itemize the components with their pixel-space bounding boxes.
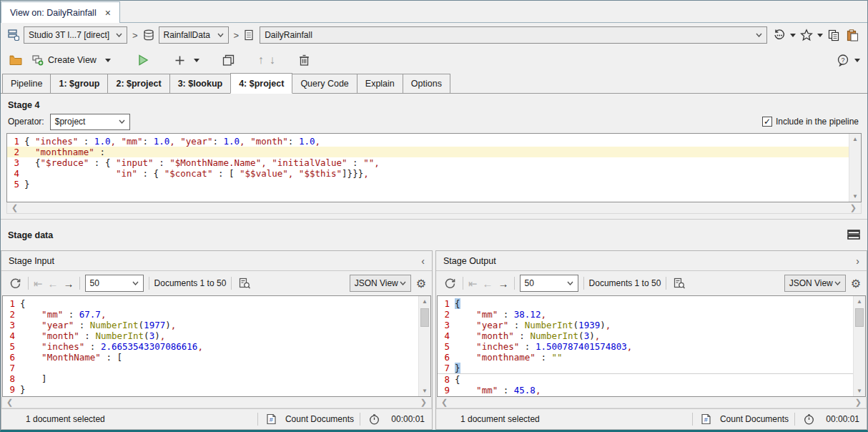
query-history-icon[interactable]: [771, 27, 787, 43]
include-in-pipeline-checkbox[interactable]: ✓ Include in the pipeline: [762, 117, 859, 127]
previous-page-icon[interactable]: ←: [483, 278, 493, 289]
database-select[interactable]: RainfallData: [159, 26, 229, 44]
tab-stage-2-project[interactable]: 2: $project: [107, 74, 169, 93]
scrollbar-thumb[interactable]: [855, 308, 864, 327]
scroll-left-icon[interactable]: ❮: [441, 398, 448, 407]
code-editor-hscrollbar[interactable]: ❮❯: [6, 202, 862, 214]
scroll-right-icon[interactable]: ❯: [420, 398, 427, 407]
next-page-icon[interactable]: →: [498, 278, 509, 289]
add-stage-icon[interactable]: [172, 52, 188, 68]
editor-line[interactable]: 8 ]: [3, 373, 418, 384]
collection-select[interactable]: DailyRainfall: [260, 26, 767, 44]
connection-select[interactable]: Studio 3T l...7 [direct]: [24, 26, 127, 44]
editor-line[interactable]: 5}: [7, 179, 849, 190]
paste-icon[interactable]: [844, 27, 860, 43]
stage-input-vscrollbar[interactable]: ▲ ▼: [418, 296, 430, 396]
view-settings-gear-icon[interactable]: ⚙: [851, 277, 861, 290]
editor-line[interactable]: 2 "mm" : 38.12,: [438, 309, 853, 320]
find-in-documents-icon[interactable]: [237, 275, 252, 291]
move-stage-up-icon[interactable]: ↑: [258, 54, 264, 67]
create-view-button[interactable]: Create View: [29, 53, 114, 67]
editor-line[interactable]: 4 "month" : NumberInt(3),: [3, 330, 418, 341]
favorites-caret-icon[interactable]: [817, 34, 823, 37]
tab-stage-3-lookup[interactable]: 3: $lookup: [169, 74, 232, 93]
view-settings-gear-icon[interactable]: ⚙: [416, 277, 426, 290]
tab-pipeline[interactable]: Pipeline: [2, 74, 51, 93]
scroll-down-icon[interactable]: ▼: [849, 191, 861, 202]
count-documents-button[interactable]: Count Documents: [720, 414, 789, 424]
first-page-icon[interactable]: ⇤: [468, 278, 478, 289]
editor-line[interactable]: 3 "year" : NumberInt(1939),: [438, 320, 853, 330]
first-page-icon[interactable]: ⇤: [34, 278, 43, 289]
editor-line[interactable]: 7}: [438, 363, 853, 374]
operator-select[interactable]: $project: [50, 114, 130, 130]
scroll-down-icon[interactable]: ▼: [419, 386, 430, 396]
editor-line[interactable]: 2 "monthname" :: [7, 147, 849, 157]
favorites-star-icon[interactable]: [799, 27, 814, 43]
copy-icon[interactable]: [826, 27, 842, 43]
help-caret-icon[interactable]: [854, 59, 860, 62]
stage-output-hscrollbar[interactable]: ❮❯: [436, 397, 867, 408]
refresh-icon[interactable]: [442, 275, 458, 291]
history-caret-icon[interactable]: [790, 34, 796, 37]
add-stage-caret-icon[interactable]: [194, 59, 199, 62]
editor-line[interactable]: 1{: [438, 298, 853, 309]
duplicate-stage-icon[interactable]: [221, 52, 237, 68]
stage-input-result-editor[interactable]: 1{2 "mm" : 67.7,3 "year" : NumberInt(197…: [2, 295, 431, 397]
stage-code-editor[interactable]: 1{ "inches" : 1.0, "mm": 1.0, "year": 1.…: [6, 133, 862, 202]
editor-line[interactable]: 5 "inches" : 2.6653543307086616,: [3, 341, 418, 352]
count-documents-button[interactable]: Count Documents: [285, 414, 354, 424]
scroll-left-icon[interactable]: ❮: [6, 398, 13, 407]
page-size-select[interactable]: 50: [520, 275, 578, 292]
editor-line[interactable]: 9}: [3, 384, 418, 395]
editor-line[interactable]: 3 "year" : NumberInt(1977),: [3, 320, 418, 330]
editor-line[interactable]: 6 "MonthName" : [: [3, 352, 418, 363]
open-folder-icon[interactable]: [8, 52, 24, 68]
editor-line[interactable]: 8{: [438, 374, 853, 385]
scroll-up-icon[interactable]: ▲: [849, 134, 861, 144]
editor-line[interactable]: 3 {"$reduce" : { "input" : "$MonthName.N…: [7, 157, 849, 168]
create-view-caret-icon[interactable]: [105, 59, 111, 62]
stage-output-result-editor[interactable]: 1{2 "mm" : 38.12,3 "year" : NumberInt(19…: [437, 295, 866, 397]
stage-output-vscrollbar[interactable]: ▲ ▼: [853, 296, 865, 396]
editor-line[interactable]: 7: [3, 363, 418, 373]
run-pipeline-icon[interactable]: [135, 52, 151, 68]
editor-line[interactable]: 6 "monthname" : "": [438, 352, 853, 363]
page-size-select[interactable]: 50: [85, 275, 144, 292]
editor-line[interactable]: 1{ "inches" : 1.0, "mm": 1.0, "year": 1.…: [7, 136, 849, 147]
help-icon[interactable]: ?: [835, 52, 851, 68]
view-mode-select[interactable]: JSON View: [784, 275, 846, 292]
layout-toggle-icon[interactable]: [847, 230, 859, 241]
tab-stage-4-project[interactable]: 4: $project: [230, 73, 292, 94]
find-in-documents-icon[interactable]: [671, 275, 687, 291]
editor-line[interactable]: 5 "inches" : 1.500787401574803,: [438, 341, 853, 352]
tab-explain[interactable]: Explain: [357, 74, 403, 93]
collapse-left-icon[interactable]: ‹: [421, 255, 425, 267]
editor-line[interactable]: 4 "month" : NumberInt(3),: [438, 330, 853, 341]
editor-line[interactable]: 2 "mm" : 67.7,: [3, 309, 418, 320]
previous-page-icon[interactable]: ←: [48, 278, 59, 289]
scroll-right-icon[interactable]: ❯: [850, 203, 857, 212]
delete-stage-icon[interactable]: [297, 52, 312, 68]
scroll-up-icon[interactable]: ▲: [419, 296, 430, 307]
tab-options[interactable]: Options: [403, 74, 450, 93]
document-tab[interactable]: View on: DailyRainfall ×: [1, 1, 120, 23]
move-stage-down-icon[interactable]: ↓: [270, 54, 275, 67]
next-page-icon[interactable]: →: [64, 278, 74, 289]
editor-line[interactable]: 9 "mm" : 45.8,: [438, 385, 853, 396]
editor-line[interactable]: 1{: [3, 298, 418, 309]
refresh-icon[interactable]: [7, 275, 23, 291]
scroll-left-icon[interactable]: ❮: [11, 203, 18, 212]
tab-close-icon[interactable]: ×: [104, 7, 112, 19]
editor-line[interactable]: 4 "in" : { "$concat" : [ "$$value", "$$t…: [7, 168, 849, 179]
tab-stage-1-group[interactable]: 1: $group: [50, 74, 108, 93]
scroll-right-icon[interactable]: ❯: [855, 398, 862, 407]
code-editor-vscrollbar[interactable]: ▲ ▼: [849, 134, 861, 202]
stage-input-hscrollbar[interactable]: ❮❯: [1, 397, 432, 408]
tab-query-code[interactable]: Query Code: [292, 74, 357, 93]
scrollbar-thumb[interactable]: [420, 308, 429, 327]
collapse-right-icon[interactable]: ›: [856, 255, 859, 267]
scroll-down-icon[interactable]: ▼: [854, 386, 865, 396]
view-mode-select[interactable]: JSON View: [350, 275, 411, 292]
scroll-up-icon[interactable]: ▲: [854, 296, 865, 307]
